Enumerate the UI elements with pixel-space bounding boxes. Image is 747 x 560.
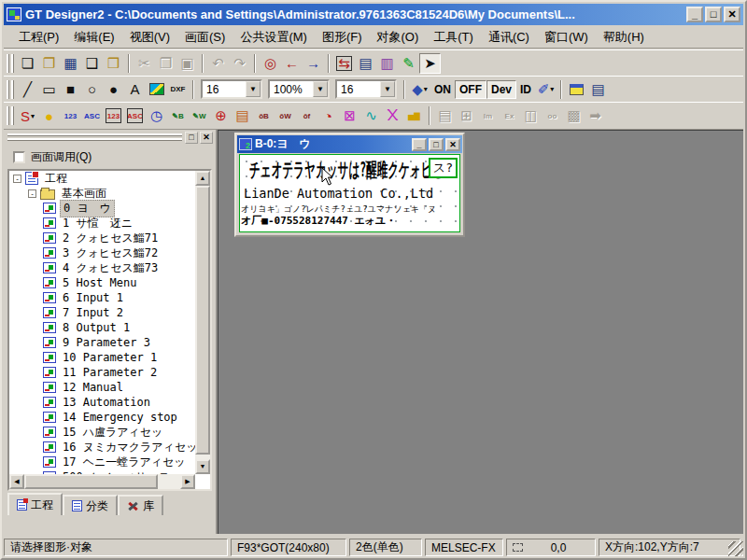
window-preview-icon[interactable]	[566, 79, 587, 100]
new-icon[interactable]: ❏	[17, 53, 38, 74]
scroll-down-button[interactable]: ▼	[195, 459, 210, 474]
panel-close-button[interactable]: ✕	[200, 132, 213, 144]
state-on-toggle[interactable]: ON	[430, 80, 455, 99]
canvas-phone-text[interactable]: オ厂■-075528127447 エォユ・	[241, 214, 396, 228]
tree-item-4[interactable]: 4 クォヒセス鯔73	[9, 260, 195, 275]
data-view-icon[interactable]: ▤	[355, 53, 376, 74]
combo-dropdown-button[interactable]: ▼	[380, 81, 395, 97]
menu-item-object[interactable]: 对象(O)	[369, 27, 426, 48]
tree-item-9[interactable]: 9 Parameter 3	[9, 335, 195, 350]
dxf-import-icon[interactable]: DXF	[167, 79, 189, 100]
panel-maximize-button[interactable]: □	[185, 132, 198, 144]
dropdown-arrow-icon[interactable]: ▾	[31, 112, 35, 120]
line-color-icon[interactable]: ✐▾	[535, 79, 557, 100]
panel-meter-icon[interactable]: ◔	[317, 105, 339, 126]
canvas-company-text[interactable]: LianDe Automation Co.,Ltd	[244, 186, 433, 201]
tree-item-3[interactable]: 3 クォヒセス鯔72	[9, 245, 195, 260]
tree-item-2[interactable]: 2 クォヒセス鯔71	[9, 231, 195, 245]
tree-item-10[interactable]: 10 Parameter 1	[9, 350, 195, 365]
tree-item-13[interactable]: 13 Automation	[9, 395, 195, 410]
screen-call-checkbox[interactable]	[13, 151, 25, 163]
touchkey-func-icon[interactable]: ŏf	[296, 105, 317, 126]
maximize-button[interactable]: □	[705, 7, 722, 22]
tree-item-15[interactable]: 15 ハ盧ラアィセッ	[9, 425, 195, 440]
toolbar-grip[interactable]	[7, 80, 14, 99]
tree-item-1[interactable]: 1 サ愃 迓ニ	[9, 216, 195, 231]
minimize-button[interactable]: _	[686, 7, 703, 22]
select-arrow-icon[interactable]: ➤	[419, 53, 441, 74]
tree-item-5[interactable]: 5 Host Menu	[9, 275, 195, 290]
tree-item-8[interactable]: 8 Output 1	[9, 320, 195, 335]
scroll-right-button[interactable]: ▶	[180, 474, 195, 489]
touchkey-bit-icon[interactable]: ŏB	[253, 105, 275, 126]
fill-color-icon[interactable]: ◆▾	[409, 79, 430, 100]
line-tool-icon[interactable]: ╱	[17, 79, 38, 100]
tree-item-16[interactable]: 16 ヌミカマクラアィセッ	[9, 440, 195, 455]
tree-item-12[interactable]: 12 Manual	[9, 380, 195, 395]
previous-screen-icon[interactable]: ←	[281, 53, 303, 74]
trend-graph-icon[interactable]: ∿	[360, 105, 382, 126]
device-toggle[interactable]: Dev	[486, 80, 516, 99]
state-off-toggle[interactable]: OFF	[455, 80, 486, 99]
alarm-history-icon[interactable]: ⊕	[210, 105, 232, 126]
text-tool-icon[interactable]: A	[124, 79, 146, 100]
next-screen-icon[interactable]: →	[303, 53, 324, 74]
ellipse-tool-icon[interactable]: ○	[81, 79, 103, 100]
grid-size-combo[interactable]: 16▼	[335, 79, 397, 99]
child-maximize-button[interactable]: □	[429, 138, 444, 151]
tree-item-6[interactable]: 6 Input 1	[9, 290, 195, 305]
alarm-list-icon[interactable]: ▤	[232, 105, 253, 126]
menu-item-view[interactable]: 视图(V)	[122, 27, 177, 48]
tree-item-11[interactable]: 11 Parameter 2	[9, 365, 195, 380]
filled-ellipse-tool-icon[interactable]: ●	[103, 79, 124, 100]
mdi-canvas[interactable]: B-0:ヨ ウ _□✕ チェオテラヤカッサは?醒雎クケォヒセ ス? LianDe…	[218, 130, 743, 534]
clock-display-icon[interactable]: ◷	[146, 105, 167, 126]
preview-icon[interactable]: ◎	[260, 53, 281, 74]
save-icon[interactable]: ▦	[60, 53, 81, 74]
ascii-input-icon[interactable]: ASC	[124, 105, 146, 126]
screen-canvas[interactable]: チェオテラヤカッサは?醒雎クケォヒセ ス? LianDe Automation …	[239, 154, 460, 232]
tree-item-7[interactable]: 7 Input 2	[9, 305, 195, 320]
tree-expander[interactable]: -	[13, 175, 21, 183]
child-minimize-button[interactable]: _	[412, 138, 427, 151]
menu-item-window[interactable]: 窗口(W)	[537, 27, 596, 48]
screen-property-icon[interactable]: ❑	[81, 53, 103, 74]
screen-editor-window[interactable]: B-0:ヨ ウ _□✕ チェオテラヤカッサは?醒雎クケォヒセ ス? LianDe…	[234, 133, 465, 237]
comment-word-icon[interactable]: ✎W	[189, 105, 210, 126]
panel-drag-handle[interactable]	[7, 133, 182, 141]
menu-item-tools[interactable]: 工具(T)	[426, 27, 481, 48]
menu-item-project[interactable]: 工程(P)	[11, 27, 66, 48]
pen-icon[interactable]: ✎	[398, 53, 419, 74]
zoom-combo[interactable]: 100%▼	[268, 79, 330, 99]
dropdown-arrow-icon[interactable]: ▾	[424, 85, 428, 93]
bar-graph-icon[interactable]: ▅▇	[403, 105, 425, 126]
title-bar[interactable]: GT Designer2 - C:\Documents and Settings…	[4, 4, 743, 25]
menu-item-comm[interactable]: 通讯(C)	[481, 27, 537, 48]
lamp-icon[interactable]: ●	[38, 105, 60, 126]
open-icon[interactable]: ❐	[38, 53, 60, 74]
horizontal-scroll-thumb[interactable]	[24, 474, 158, 489]
tab-category[interactable]: 分类	[63, 495, 118, 515]
tab-library[interactable]: 库	[118, 495, 163, 515]
resize-grip[interactable]	[728, 541, 743, 556]
touchkey-word-icon[interactable]: ŏW	[275, 105, 296, 126]
cascade-screens-icon[interactable]: ▥	[376, 53, 398, 74]
canvas-corner-box[interactable]: ス?	[429, 158, 458, 178]
scroll-left-button[interactable]: ◀	[9, 474, 24, 489]
image-tool-icon[interactable]	[146, 79, 167, 100]
parts-display-icon[interactable]: ⊠	[339, 105, 360, 126]
switch-icon[interactable]: S▾	[17, 105, 38, 126]
toolbar-grip[interactable]	[7, 54, 14, 73]
numeric-display-icon[interactable]: 123	[60, 105, 81, 126]
filled-rect-tool-icon[interactable]: ■	[60, 79, 81, 100]
tree-item-17[interactable]: 17 ヘニ一螳ラアィセッ	[9, 455, 195, 469]
combo-dropdown-button[interactable]: ▼	[313, 81, 328, 97]
scroll-up-button[interactable]: ▲	[195, 171, 210, 186]
property-sheet-icon[interactable]: ▤	[587, 79, 609, 100]
tree-expander[interactable]: -	[28, 189, 36, 198]
rect-tool-icon[interactable]: ▭	[38, 79, 60, 100]
screen-window-titlebar[interactable]: B-0:ヨ ウ _□✕	[237, 135, 462, 153]
combo-dropdown-button[interactable]: ▼	[246, 81, 261, 97]
menu-item-edit[interactable]: 编辑(E)	[66, 27, 121, 48]
tree-item-14[interactable]: 14 Emergency stop	[9, 410, 195, 425]
